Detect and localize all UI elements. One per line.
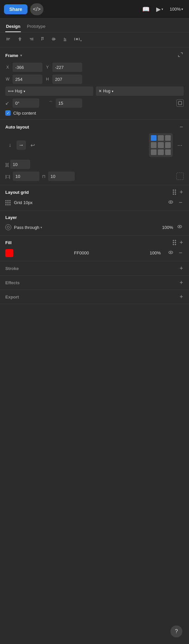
svg-rect-13	[53, 37, 53, 41]
auto-layout-remove-button[interactable]: −	[179, 124, 184, 130]
svg-point-25	[179, 226, 180, 227]
grid-dot-tl	[151, 135, 157, 141]
grid-dot-tr	[165, 135, 171, 141]
angle-input[interactable]	[13, 98, 39, 108]
fill-hex-button[interactable]: FF0000	[16, 250, 147, 255]
book-icon-button[interactable]: 📖	[140, 4, 152, 14]
design-panel: Design Prototype ▾ Frame ▾	[0, 19, 189, 337]
al-more-button[interactable]: ···	[176, 141, 184, 149]
al-spacing-input[interactable]	[10, 160, 30, 169]
stroke-add-button[interactable]: +	[179, 265, 184, 271]
zoom-chevron-icon: ▾	[181, 7, 183, 11]
export-add-button[interactable]: +	[179, 294, 184, 300]
distribute-icon[interactable]: ▾	[72, 36, 83, 44]
grid-type-icon[interactable]	[5, 200, 11, 205]
auto-layout-section: Auto layout − ↓ → ↩	[0, 120, 189, 185]
export-title: Export	[5, 295, 19, 299]
corner-mode-button[interactable]	[176, 99, 184, 107]
layer-opacity-input[interactable]	[157, 225, 173, 230]
al-resize-icon[interactable]	[176, 173, 184, 180]
al-pad-h-icon: ⊓	[42, 174, 45, 179]
frame-chevron-icon[interactable]: ▾	[20, 53, 22, 58]
align-left-icon[interactable]	[5, 36, 13, 44]
y-input[interactable]	[52, 63, 82, 72]
corner-input[interactable]	[56, 98, 82, 108]
fill-add-button[interactable]: +	[179, 240, 184, 245]
svg-rect-12	[52, 39, 56, 39]
auto-layout-header: Auto layout −	[5, 124, 184, 130]
al-padding-row: |□| ⊓	[5, 172, 184, 181]
grid-visibility-button[interactable]	[167, 199, 175, 207]
hug-x-button[interactable]: ⟺ Hug ▾	[5, 86, 93, 96]
x-label: X	[5, 65, 10, 70]
layout-grid-section: Layout grid + Grid 10px −	[0, 185, 189, 211]
svg-rect-6	[32, 38, 33, 40]
fill-visibility-button[interactable]	[167, 249, 175, 257]
fill-remove-button[interactable]: −	[177, 249, 184, 257]
hug-x-chevron-icon: ▾	[24, 89, 25, 93]
svg-rect-17	[65, 38, 66, 40]
h-input[interactable]	[52, 75, 82, 84]
stroke-section: Stroke +	[0, 261, 189, 276]
fill-row: FF0000 −	[5, 249, 184, 257]
effects-title: Effects	[5, 280, 20, 285]
clip-content-row: ✓ Clip content	[5, 110, 184, 116]
frame-section: Frame ▾ X Y W H ⟺ Hug ▾	[0, 47, 189, 120]
fill-opacity-input[interactable]	[150, 250, 164, 255]
layout-grid-add-button[interactable]: +	[179, 189, 184, 195]
clip-content-checkbox[interactable]: ✓	[5, 110, 11, 116]
align-top-icon[interactable]	[38, 36, 46, 44]
layer-visibility-button[interactable]	[176, 223, 184, 231]
align-right-icon[interactable]	[27, 36, 35, 44]
topbar: Share </> 📖 ▶ ▾ 100% ▾	[0, 0, 189, 19]
zoom-label: 100%	[170, 7, 181, 12]
al-right-button[interactable]: →	[17, 140, 26, 150]
grid-remove-button[interactable]: −	[177, 198, 184, 207]
hug-row: ⟺ Hug ▾ ✕ Hug ▾	[5, 86, 184, 96]
align-bar: ▾	[0, 32, 189, 47]
align-center-icon[interactable]	[16, 36, 24, 44]
bottom-spacer	[0, 304, 189, 337]
al-pad-left-input[interactable]	[13, 172, 39, 181]
frame-resize-icon[interactable]	[177, 51, 184, 59]
tab-design[interactable]: Design	[5, 22, 21, 32]
fill-color-swatch[interactable]	[5, 249, 13, 257]
share-button[interactable]: Share	[4, 4, 28, 14]
svg-rect-8	[31, 39, 32, 40]
svg-rect-19	[79, 38, 80, 40]
hug-y-button[interactable]: ✕ Hug ▾	[96, 86, 184, 96]
align-middle-icon[interactable]	[50, 36, 58, 44]
grid-dot-br	[165, 149, 171, 155]
x-input[interactable]	[13, 63, 42, 72]
al-pad-top-input[interactable]	[48, 172, 75, 181]
blend-mode-button[interactable]: Pass through ▾	[14, 225, 154, 230]
play-button[interactable]: ▶ ▾	[154, 4, 165, 14]
tab-prototype[interactable]: Prototype	[26, 22, 46, 32]
layer-header: Layer	[5, 215, 184, 220]
auto-layout-title: Auto layout	[5, 125, 29, 130]
al-pad-icon: |□|	[5, 174, 10, 179]
fill-reorder-icon[interactable]	[173, 240, 176, 245]
grid-dot-ml	[151, 142, 157, 148]
fill-section: Fill + FF0000 −	[0, 236, 189, 261]
y-label: Y	[45, 65, 50, 70]
zoom-button[interactable]: 100% ▾	[168, 5, 185, 13]
w-input[interactable]	[13, 75, 42, 84]
xy-row: X Y	[5, 63, 184, 72]
code-button[interactable]: </>	[30, 3, 43, 15]
blend-chevron-icon: ▾	[40, 226, 42, 229]
layout-grid-reorder-icon[interactable]	[173, 189, 176, 195]
fill-header: Fill +	[5, 240, 184, 245]
help-button[interactable]: ?	[170, 625, 182, 637]
effects-add-button[interactable]: +	[179, 280, 184, 286]
al-down-button[interactable]: ↓	[5, 140, 15, 150]
svg-rect-9	[41, 37, 44, 38]
grid-dot-mr	[165, 142, 171, 148]
align-bottom-icon[interactable]	[61, 36, 69, 44]
al-wrap-button[interactable]: ↩	[28, 140, 37, 150]
h-label: H	[45, 77, 50, 81]
layer-row: Pass through ▾	[5, 223, 184, 231]
svg-rect-0	[7, 38, 7, 40]
effects-header: Effects +	[5, 280, 184, 286]
al-align-grid[interactable]	[149, 133, 173, 157]
